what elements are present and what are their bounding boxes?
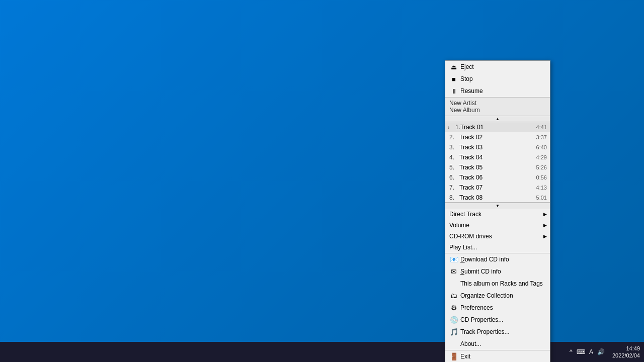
track-number: 5. [449,164,459,171]
action-section: 📧 Download CD info ✉ Submit CD info This… [445,253,550,350]
download-cd-info-button[interactable]: 📧 Download CD info [445,253,550,265]
track-properties-button[interactable]: 🎵 Track Properties... [445,326,550,338]
volume-button[interactable]: Volume [445,220,550,231]
language-icon[interactable]: A [587,348,595,356]
track-properties-label: Track Properties... [460,328,547,335]
context-menu: ⏏ Eject ■ Stop ⏸ Resume New Artist New A… [445,60,550,362]
track-duration: 4:41 [532,124,547,130]
play-list-label: Play List... [449,244,547,251]
clock[interactable]: 14:49 2022/02/04 [612,345,640,359]
submit-cd-info-button[interactable]: ✉ Submit CD info [445,265,550,278]
track-item[interactable]: 8. Track 08 5:01 [445,193,550,203]
track-duration: 0:56 [532,174,547,180]
resume-label: Resume [460,87,547,95]
track-number: 1. [449,124,460,131]
track-item[interactable]: 3. Track 03 6:40 [445,142,550,152]
track-item[interactable]: 7. Track 07 4:13 [445,183,550,193]
preferences-button[interactable]: ⚙ Preferences [445,302,550,314]
track-item[interactable]: 2. Track 02 3:37 [445,132,550,142]
direct-track-label: Direct Track [449,211,547,218]
album-header: New Artist New Album [445,98,550,116]
track-name: Track 01 [460,124,532,131]
cd-properties-button[interactable]: 💿 CD Properties... [445,314,550,326]
preferences-label: Preferences [460,304,547,311]
artist-name: New Artist [449,100,546,107]
cd-properties-icon: 💿 [449,315,458,324]
preferences-icon: ⚙ [449,303,458,312]
resume-icon: ⏸ [449,86,458,96]
scroll-down-button[interactable]: ▼ [445,203,550,209]
direct-track-button[interactable]: Direct Track [445,209,550,220]
this-album-label: This album on Racks and Tags [460,280,547,287]
chevron-up-icon[interactable]: ^ [567,348,575,356]
keyboard-icon[interactable]: ⌨ [577,348,585,356]
track-name: Track 06 [459,174,532,181]
track-duration: 4:29 [532,154,547,160]
top-controls-section: ⏏ Eject ■ Stop ⏸ Resume [445,61,550,98]
track-number: 3. [449,144,459,151]
track-item[interactable]: ♪ 1. Track 01 4:41 [445,122,550,132]
eject-icon: ⏏ [449,62,458,71]
navigation-section: Direct Track Volume CD-ROM drives Play L… [445,209,550,253]
track-name: Track 04 [459,154,532,161]
submit-cd-info-icon: ✉ [449,267,458,276]
track-number: 2. [449,134,459,141]
track-duration: 6:40 [532,144,547,150]
about-button[interactable]: About... [445,338,550,350]
track-properties-icon: 🎵 [449,327,458,336]
track-number: 8. [449,194,459,201]
organize-collection-icon: 🗂 [449,291,458,300]
album-name: New Album [449,107,546,114]
volume-icon[interactable]: 🔊 [597,348,605,356]
stop-button[interactable]: ■ Stop [445,73,550,85]
track-number: 4. [449,154,459,161]
playing-indicator-icon: ♪ [447,125,450,130]
track-item[interactable]: 4. Track 04 4:29 [445,152,550,162]
submit-cd-info-label: Submit CD info [460,268,547,275]
track-name: Track 05 [459,164,532,171]
eject-button[interactable]: ⏏ Eject [445,61,550,73]
track-list: ♪ 1. Track 01 4:41 2. Track 02 3:37 3. T… [445,122,550,203]
this-album-icon [449,279,458,288]
download-cd-info-icon: 📧 [449,255,458,264]
eject-label: Eject [460,63,547,70]
track-duration: 5:01 [532,195,547,201]
taskbar-right: ^ ⌨ A 🔊 14:49 2022/02/04 [567,345,640,359]
track-name: Track 07 [459,184,532,191]
download-cd-info-label: Download CD info [460,256,547,263]
track-number: 6. [449,174,459,181]
organize-collection-label: Organize Collection [460,292,547,299]
track-item[interactable]: 5. Track 05 5:26 [445,162,550,172]
volume-label: Volume [449,222,547,229]
about-label: About... [460,340,547,347]
exit-label: Exit [460,353,547,360]
organize-collection-button[interactable]: 🗂 Organize Collection [445,290,550,302]
track-duration: 4:13 [532,185,547,191]
track-duration: 5:26 [532,164,547,170]
track-item[interactable]: 6. Track 06 0:56 [445,172,550,183]
cd-properties-label: CD Properties... [460,316,547,323]
track-name: Track 02 [459,134,532,141]
cd-rom-drives-label: CD-ROM drives [449,233,547,240]
play-list-button[interactable]: Play List... [445,242,550,253]
track-number: 7. [449,184,459,191]
scroll-up-button[interactable]: ▲ [445,116,550,122]
track-duration: 3:37 [532,134,547,140]
stop-label: Stop [460,75,547,82]
this-album-button[interactable]: This album on Racks and Tags [445,278,550,290]
about-icon [449,339,458,348]
system-tray: ^ ⌨ A 🔊 [567,348,605,356]
clock-time: 14:49 [626,345,640,352]
exit-button[interactable]: 🚪 Exit [445,350,550,362]
clock-date: 2022/02/04 [612,352,640,359]
exit-icon: 🚪 [449,352,458,361]
track-name: Track 03 [459,144,532,151]
stop-icon: ■ [449,74,458,83]
track-name: Track 08 [459,194,532,201]
resume-button[interactable]: ⏸ Resume [445,85,550,97]
cd-rom-drives-button[interactable]: CD-ROM drives [445,231,550,242]
